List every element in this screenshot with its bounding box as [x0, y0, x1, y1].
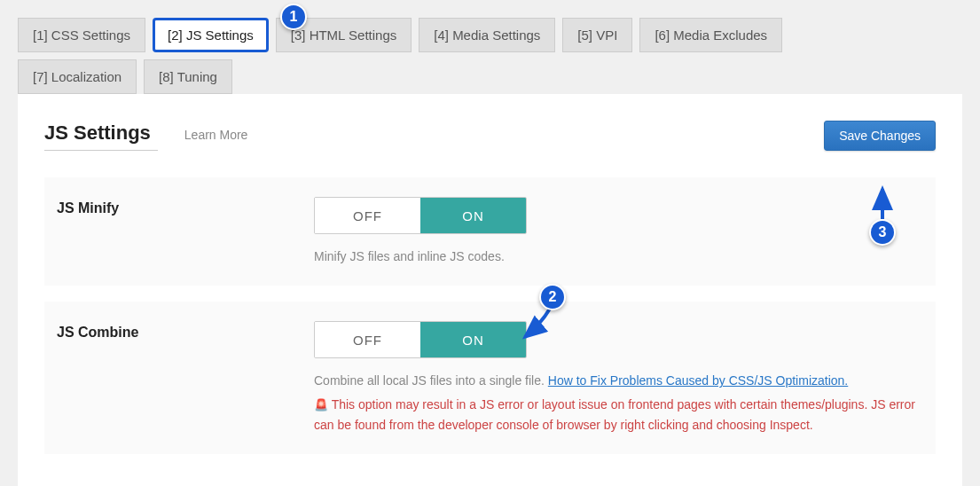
- learn-more-link[interactable]: Learn More: [184, 128, 248, 142]
- toggle-off[interactable]: OFF: [315, 322, 420, 357]
- setting-label: JS Minify: [57, 197, 314, 216]
- save-changes-button[interactable]: Save Changes: [824, 121, 936, 151]
- tab-media-settings[interactable]: [4] Media Settings: [419, 18, 555, 52]
- setting-label: JS Combine: [57, 321, 314, 341]
- annotation-marker-2: 2: [539, 284, 566, 310]
- toggle-off[interactable]: OFF: [315, 198, 420, 233]
- setting-js-combine: JS Combine OFF ON Combine all local JS f…: [44, 302, 936, 454]
- toggle-on[interactable]: ON: [420, 198, 526, 233]
- setting-description: Combine all local JS files into a single…: [314, 371, 936, 390]
- warning-text: This option may result in a JS error or …: [314, 397, 915, 432]
- settings-panel: JS Settings Learn More Save Changes JS M…: [18, 94, 962, 486]
- help-link[interactable]: How to Fix Problems Caused by CSS/JS Opt…: [548, 373, 848, 388]
- setting-warning: 🚨 This option may result in a JS error o…: [314, 395, 936, 435]
- annotation-arrow-3: [872, 182, 893, 221]
- setting-js-minify: JS Minify OFF ON Minify JS files and inl…: [44, 177, 936, 286]
- tab-localization[interactable]: [7] Localization: [18, 59, 137, 94]
- desc-text: Combine all local JS files into a single…: [314, 373, 548, 388]
- tab-bar: [1] CSS Settings [2] JS Settings [3] HTM…: [0, 0, 980, 94]
- tab-css-settings[interactable]: [1] CSS Settings: [18, 18, 145, 52]
- page-title: JS Settings: [44, 122, 158, 151]
- annotation-marker-1: 1: [280, 4, 307, 30]
- toggle-js-combine[interactable]: OFF ON: [314, 321, 527, 358]
- tab-media-excludes[interactable]: [6] Media Excludes: [639, 18, 782, 52]
- warning-icon: 🚨: [314, 396, 328, 415]
- toggle-js-minify[interactable]: OFF ON: [314, 197, 527, 234]
- annotation-marker-3: 3: [869, 219, 896, 246]
- tab-js-settings[interactable]: [2] JS Settings: [153, 18, 269, 52]
- tab-vpi[interactable]: [5] VPI: [562, 18, 632, 52]
- tab-tuning[interactable]: [8] Tuning: [144, 59, 232, 94]
- setting-description: Minify JS files and inline JS codes.: [314, 247, 936, 266]
